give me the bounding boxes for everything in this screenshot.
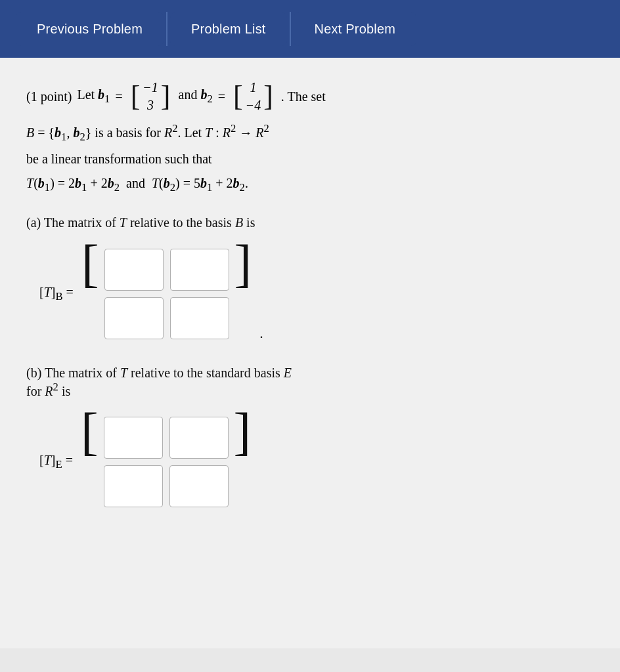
points-label: (1 point) bbox=[26, 89, 72, 104]
matrix-e-equation: [T]E = [ ] bbox=[39, 409, 594, 515]
matrix-e-input-11[interactable] bbox=[169, 465, 229, 507]
transform-equations: T(b1) = 2b1 + 2b2 and T(b2) = 5b1 + 2b2. bbox=[26, 173, 594, 197]
part-b-label: (b) The matrix of T relative to the stan… bbox=[26, 366, 594, 399]
set-definition-line: B = {b1, b2} is a basis for R2. Let T : … bbox=[26, 119, 594, 146]
problem-intro: (1 point) Let b1 = [ −1 3 ] and b2 = [ 1… bbox=[26, 79, 594, 114]
content-area: (1 point) Let b1 = [ −1 3 ] and b2 = [ 1… bbox=[0, 58, 620, 648]
b2-bracket-left: [ bbox=[233, 82, 243, 111]
b2-val-bot: −4 bbox=[246, 98, 261, 113]
b1-values: −1 3 bbox=[140, 79, 161, 114]
input-b-bracket-right: ] bbox=[234, 241, 252, 347]
input-e-bracket-right: ] bbox=[234, 409, 252, 515]
matrix-b-equation: [T]B = [ ] . bbox=[39, 241, 594, 347]
b2-values: 1 −4 bbox=[243, 79, 264, 114]
matrix-b-input-10[interactable] bbox=[104, 297, 164, 339]
matrix-e-label: [T]E = bbox=[39, 453, 73, 471]
nav-divider-1 bbox=[166, 12, 167, 46]
b1-bracket-right: ] bbox=[161, 82, 171, 111]
prev-problem-button[interactable]: Previous Problem bbox=[16, 12, 164, 46]
equals-sign-2: = bbox=[218, 89, 225, 104]
matrix-b-input-11[interactable] bbox=[170, 297, 229, 339]
matrix-b-input-00[interactable] bbox=[104, 249, 164, 291]
matrix-e-input-01[interactable] bbox=[169, 417, 229, 459]
intro-text: Let b1 bbox=[77, 87, 110, 106]
equals-sign-1: = bbox=[115, 89, 122, 104]
input-matrix-e: [ ] bbox=[81, 409, 251, 515]
input-b-bracket-left: [ bbox=[81, 241, 99, 347]
navigation-bar: Previous Problem Problem List Next Probl… bbox=[0, 0, 620, 58]
period-a: . bbox=[259, 325, 263, 347]
matrix-b-input-01[interactable] bbox=[170, 249, 229, 291]
problem-list-button[interactable]: Problem List bbox=[170, 12, 287, 46]
b2-bracket-right: ] bbox=[263, 82, 273, 111]
next-problem-button[interactable]: Next Problem bbox=[294, 12, 417, 46]
b1-val-top: −1 bbox=[143, 80, 158, 95]
b1-matrix: [ −1 3 ] bbox=[131, 79, 171, 114]
the-set-text: . The set bbox=[281, 89, 326, 104]
matrix-e-input-10[interactable] bbox=[104, 465, 163, 507]
matrix-b-label: [T]B = bbox=[39, 285, 74, 303]
b1-bracket-left: [ bbox=[131, 82, 141, 111]
part-a-label: (a) The matrix of T relative to the basi… bbox=[26, 215, 594, 230]
b2-val-top: 1 bbox=[250, 80, 256, 95]
input-e-bracket-left: [ bbox=[81, 409, 99, 515]
matrix-e-input-00[interactable] bbox=[104, 417, 163, 459]
nav-divider-2 bbox=[290, 12, 291, 46]
b2-matrix: [ 1 −4 ] bbox=[233, 79, 273, 114]
linear-transform-label: be a linear transformation such that bbox=[26, 148, 594, 170]
b1-val-bot: 3 bbox=[147, 98, 154, 113]
input-matrix-b: [ ] bbox=[81, 241, 252, 347]
input-e-grid bbox=[99, 409, 234, 515]
and-text: and b2 bbox=[179, 87, 213, 106]
input-b-grid bbox=[99, 241, 234, 347]
